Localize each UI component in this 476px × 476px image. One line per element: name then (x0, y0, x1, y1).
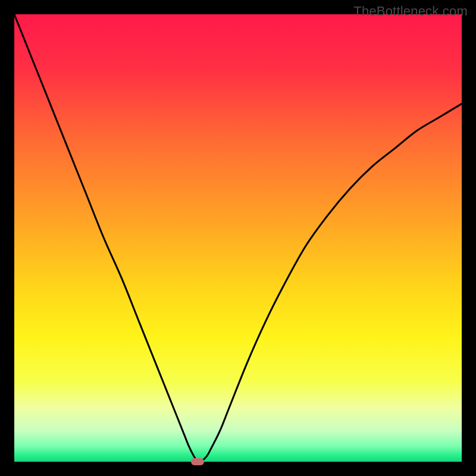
watermark-label: TheBottleneck.com (353, 4, 468, 19)
gradient-background (14, 14, 462, 462)
plot-area (14, 14, 462, 462)
svg-rect-0 (14, 14, 462, 462)
optimum-marker-icon (191, 458, 204, 465)
chart-frame (6, 6, 470, 470)
